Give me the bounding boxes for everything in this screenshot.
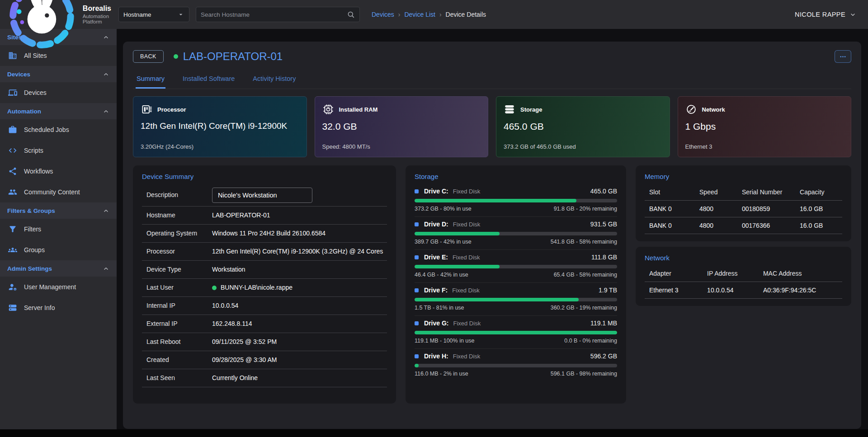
summary-row-label: Device Type: [146, 265, 201, 274]
sidebar-section-filters-groups[interactable]: Filters & Groups: [0, 202, 117, 219]
sidebar-item-groups[interactable]: Groups: [0, 240, 117, 260]
network-table: AdapterIP AddressMAC AddressEthernet 310…: [645, 265, 842, 299]
column-header: Speed: [699, 188, 742, 196]
drive-bullet-icon: [415, 189, 419, 193]
metric-card-storage: Storage 465.0 GB 373.2 GB of 465.0 GB us…: [496, 96, 670, 157]
summary-row-value: 09/28/2025 @ 3:30 AM: [212, 355, 277, 365]
sidebar-item-scripts[interactable]: Scripts: [0, 140, 117, 161]
building-icon: [8, 51, 17, 60]
device-tabs: Summary Installed Software Activity Hist…: [133, 70, 851, 89]
tab-summary[interactable]: Summary: [136, 70, 165, 89]
hostname-filter-select[interactable]: Hostname: [118, 7, 189, 22]
sidebar-item-server-info[interactable]: Server Info: [0, 297, 117, 318]
summary-row-internal-ip: Internal IP 10.0.0.54: [142, 297, 387, 315]
column-header: Capacity: [800, 188, 842, 196]
sidebar-item-label: Server Info: [24, 304, 55, 311]
cell-value: 00176366: [742, 222, 800, 229]
more-actions-button[interactable]: [835, 50, 851, 63]
back-button[interactable]: BACK: [133, 50, 164, 63]
summary-row-hostname: Hostname LAB-OPERATOR-01: [142, 207, 387, 225]
drive-used-text: 389.7 GB - 42% in use: [415, 239, 472, 245]
sidebar-item-filters[interactable]: Filters: [0, 219, 117, 240]
drive-row-drive-e: Drive E: Fixed Disk 111.8 GB 46.4 GB - 4…: [415, 249, 617, 282]
memory-header-row: SlotSpeedSerial NumberCapacity: [645, 184, 842, 201]
drive-used-text: 373.2 GB - 80% in use: [415, 206, 472, 212]
rabbit-gear-logo-icon: [5, 0, 78, 51]
sidebar-section-label: Devices: [7, 71, 30, 78]
summary-row-value: 09/11/2025 @ 3:52 PM: [212, 337, 277, 347]
column-header: IP Address: [707, 270, 763, 277]
devices-icon: [8, 88, 17, 97]
metric-subtext: Ethernet 3: [685, 143, 844, 150]
description-input[interactable]: [212, 188, 312, 203]
summary-row-last-user: Last User BUNNY-LAB\nicole.rappe: [142, 279, 387, 297]
sidebar-section-devices[interactable]: Devices: [0, 66, 117, 82]
network-header-row: AdapterIP AddressMAC Address: [645, 265, 842, 282]
sidebar-item-scheduled-jobs[interactable]: Scheduled Jobs: [0, 119, 117, 140]
summary-row-value: Workstation: [212, 265, 245, 274]
sidebar-item-label: Workflows: [24, 168, 53, 175]
sidebar-item-devices[interactable]: Devices: [0, 82, 117, 103]
sidebar-item-community-content[interactable]: Community Content: [0, 182, 117, 202]
drive-name: Drive E:: [424, 254, 448, 261]
sidebar-item-workflows[interactable]: Workflows: [0, 161, 117, 182]
drive-row-drive-d: Drive D: Fixed Disk 931.5 GB 389.7 GB - …: [415, 216, 617, 249]
breadcrumb-link-device-list[interactable]: Device List: [404, 11, 435, 18]
cell-value: Ethernet 3: [649, 287, 707, 294]
ram-icon: [322, 103, 334, 115]
summary-row-label: Internal IP: [146, 301, 201, 310]
drive-usage-fill: [415, 331, 617, 334]
metric-cards: Processor 12th Gen Intel(R) Core(TM) i9-…: [133, 96, 851, 157]
device-details-card: BACK LAB-OPERATOR-01 Summary Installed S…: [123, 42, 861, 429]
network-panel-title: Network: [645, 254, 842, 262]
search-input[interactable]: [201, 11, 347, 18]
brand-name: Borealis: [83, 5, 111, 13]
brand-subtitle: Automation Platform: [83, 14, 111, 24]
tab-installed-software[interactable]: Installed Software: [182, 70, 236, 89]
right-column: Memory SlotSpeedSerial NumberCapacityBAN…: [636, 165, 851, 306]
tab-activity-history[interactable]: Activity History: [252, 70, 297, 89]
chevron-up-icon: [103, 108, 109, 115]
summary-row-value: 162.248.8.114: [212, 319, 252, 329]
sidebar-section-label: Sites: [7, 34, 22, 41]
people-icon: [8, 188, 17, 197]
chevron-up-icon: [103, 207, 109, 214]
drive-name: Drive G:: [424, 320, 448, 327]
drive-usage-fill: [415, 199, 576, 202]
network-panel: Network AdapterIP AddressMAC AddressEthe…: [636, 247, 851, 306]
metric-subtext: 373.2 GB of 465.0 GB used: [504, 143, 662, 150]
chevron-down-icon: [849, 11, 856, 18]
drive-usage-bar: [415, 265, 617, 268]
metric-subtext: 3.20GHz (24-Cores): [141, 143, 299, 150]
ellipsis-icon: [839, 53, 847, 61]
metric-card-installed-ram: Installed RAM 32.0 GB Speed: 4800 MT/s: [315, 96, 489, 157]
drive-row-drive-c: Drive C: Fixed Disk 465.0 GB 373.2 GB - …: [415, 184, 617, 216]
sidebar-section-label: Automation: [7, 108, 41, 115]
breadcrumb-current: Device Details: [446, 11, 486, 18]
summary-row-processor: Processor 12th Gen Intel(R) Core(TM) i9-…: [142, 243, 387, 261]
memory-row: BANK 048000017636616.0 GB: [645, 217, 842, 234]
summary-row-label: Processor: [146, 247, 201, 256]
drive-row-drive-h: Drive H: Fixed Disk 596.2 GB 116.0 MB - …: [415, 348, 617, 381]
main-column: Hostname Devices›Device List›Device Deta…: [117, 0, 868, 429]
device-title: LAB-OPERATOR-01: [183, 50, 283, 63]
sidebar-item-user-management[interactable]: User Management: [0, 277, 117, 297]
workflow-icon: [8, 167, 17, 176]
sidebar-item-label: Groups: [24, 246, 45, 254]
sidebar-section-label: Filters & Groups: [7, 207, 55, 214]
user-menu[interactable]: NICOLE RAPPE: [795, 11, 856, 18]
sidebar-section-automation[interactable]: Automation: [0, 103, 117, 119]
storage-panel-title: Storage: [415, 173, 617, 180]
drive-usage-bar: [415, 298, 617, 301]
drive-size: 119.1 MB: [590, 320, 617, 327]
sidebar-item-label: Filters: [24, 226, 41, 233]
drive-usage-bar: [415, 364, 617, 367]
network-row: Ethernet 310.0.0.54A0:36:9F:94:26:5C: [645, 282, 842, 299]
drive-type: Fixed Disk: [453, 221, 481, 228]
sidebar-section-admin-settings[interactable]: Admin Settings: [0, 260, 117, 277]
drive-usage-fill: [415, 364, 419, 367]
summary-row-last-seen: Last Seen Currently Online: [142, 369, 387, 387]
cell-value: 4800: [699, 205, 742, 212]
drive-name: Drive F:: [424, 287, 448, 294]
breadcrumb-link-devices[interactable]: Devices: [372, 11, 394, 18]
